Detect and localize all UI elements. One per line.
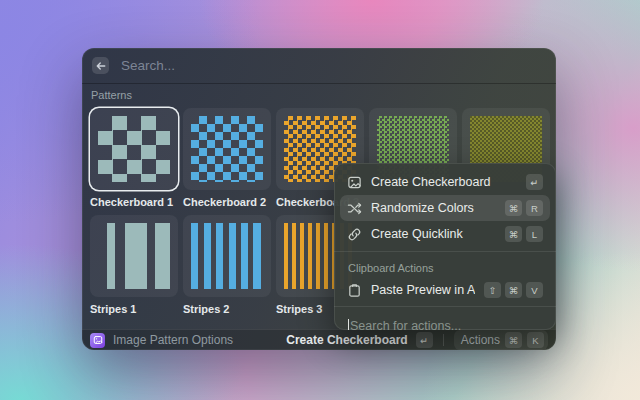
app-icon [90, 333, 105, 348]
link-icon [347, 227, 362, 242]
checkerboard-thumbnail [191, 116, 263, 182]
clipboard-actions-header: Clipboard Actions [340, 256, 550, 278]
menu-item-randomize-colors[interactable]: Randomize Colors ⌘ R [340, 195, 550, 221]
pattern-cell: Stripes 2 [183, 215, 271, 315]
r-key: R [526, 200, 543, 216]
menu-item-create-checkerboard[interactable]: Create Checkerboard ↵ [340, 169, 550, 195]
pattern-label: Stripes 1 [90, 303, 178, 315]
menu-item-paste-preview[interactable]: Paste Preview in Active App ⇧ ⌘ V [340, 278, 550, 302]
pattern-cell: Stripes 1 [90, 215, 178, 315]
pattern-card-checkerboard-2[interactable] [183, 108, 271, 190]
menu-divider [334, 251, 556, 252]
primary-action-button[interactable]: Create Checkerboard [286, 333, 407, 347]
patterns-row-2: Stripes 1 Stripes 2 Stripes 3 [90, 215, 364, 315]
stripes-thumbnail [98, 223, 170, 289]
extension-name: Image Pattern Options [113, 333, 278, 347]
menu-item-label: Randomize Colors [371, 201, 496, 215]
checkerboard-thumbnail [98, 116, 170, 182]
actions-menu: Create Checkerboard ↵ Randomize Colors ⌘… [334, 163, 556, 330]
return-key: ↵ [526, 174, 543, 190]
pattern-card-checkerboard-1[interactable] [90, 108, 178, 190]
pattern-label: Checkerboard 2 [183, 196, 271, 208]
pattern-label: Checkerboard 1 [90, 196, 178, 208]
pattern-cell: Checkerboard 1 [90, 108, 178, 208]
cmd-key: ⌘ [505, 226, 522, 242]
arrow-left-icon [95, 60, 107, 72]
patterns-section-label: Patterns [91, 89, 132, 101]
l-key: L [526, 226, 543, 242]
footer-bar: Image Pattern Options Create Checkerboar… [82, 329, 556, 350]
actions-search-placeholder: Search for actions... [350, 319, 461, 330]
text-cursor [348, 319, 349, 330]
launcher-window: Search... Patterns Checkerboard 1 Checke… [82, 48, 556, 350]
pattern-cell: Checkerboard 2 [183, 108, 271, 208]
pattern-card-stripes-1[interactable] [90, 215, 178, 297]
k-key: K [527, 332, 544, 348]
menu-item-label: Paste Preview in Active App [371, 283, 475, 297]
cmd-key: ⌘ [505, 200, 522, 216]
back-button[interactable] [92, 57, 109, 74]
return-key: ↵ [416, 332, 433, 348]
actions-search-input[interactable]: Search for actions... [340, 311, 550, 330]
image-icon [347, 175, 362, 190]
actions-button[interactable]: Actions ⌘ K [454, 330, 548, 350]
shift-key: ⇧ [484, 282, 501, 298]
actions-button-label: Actions [461, 333, 500, 347]
search-input[interactable]: Search... [121, 58, 175, 73]
menu-item-create-quicklink[interactable]: Create Quicklink ⌘ L [340, 221, 550, 247]
menu-item-label: Create Checkerboard [371, 175, 517, 189]
menu-item-label: Create Quicklink [371, 227, 496, 241]
pattern-card-stripes-2[interactable] [183, 215, 271, 297]
pattern-label: Stripes 2 [183, 303, 271, 315]
shuffle-icon [347, 201, 362, 216]
cmd-key: ⌘ [505, 282, 522, 298]
menu-divider [334, 306, 556, 307]
v-key: V [526, 282, 543, 298]
clipboard-icon [347, 283, 362, 298]
stripes-thumbnail [191, 223, 263, 289]
cmd-key: ⌘ [505, 332, 522, 348]
search-bar: Search... [82, 48, 556, 84]
footer-separator [443, 334, 444, 346]
